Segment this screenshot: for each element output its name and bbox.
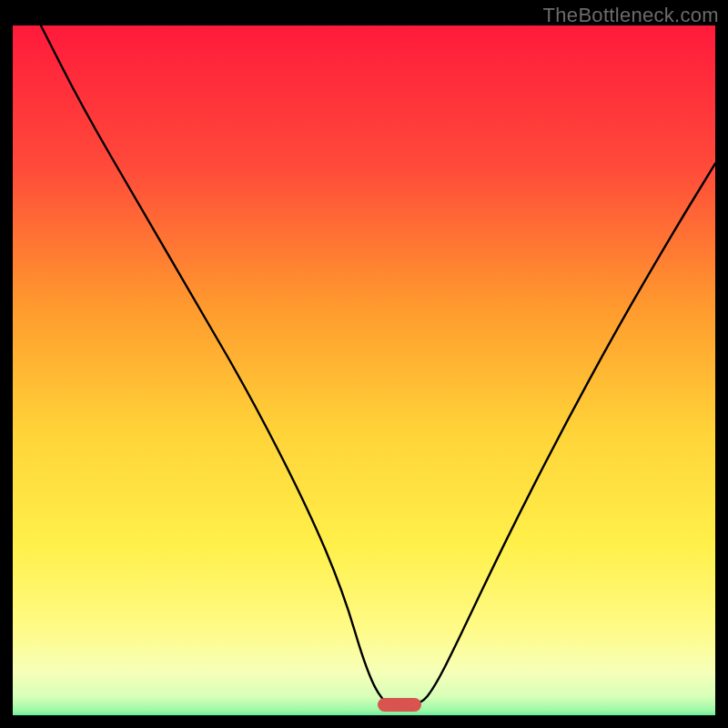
watermark-text: TheBottleneck.com [543,4,719,27]
plot-area [13,25,715,715]
optimal-marker [378,698,421,711]
bottleneck-curve [13,25,715,715]
